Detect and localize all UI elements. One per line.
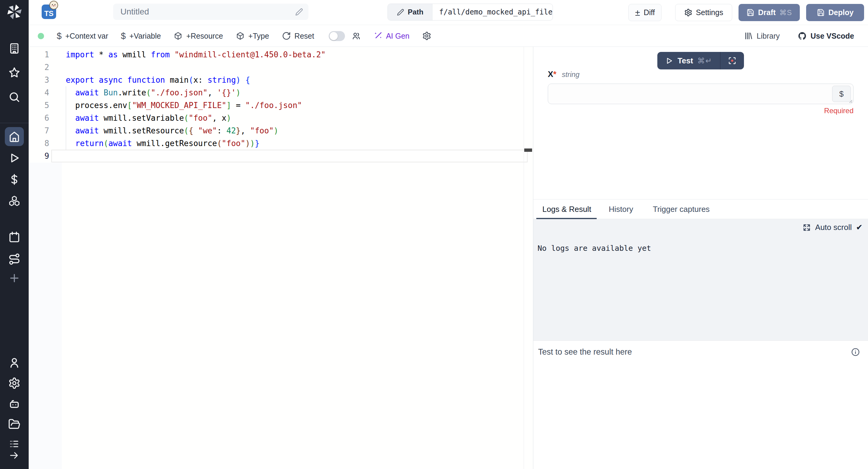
toggle-knob xyxy=(330,32,338,40)
windmill-logo-icon[interactable] xyxy=(6,3,23,20)
add-plus-icon[interactable] xyxy=(8,272,21,284)
workspace-building-icon[interactable] xyxy=(8,42,21,55)
magic-wand-icon xyxy=(373,31,382,40)
code-line-content: await wmill.setVariable("foo", x) xyxy=(66,112,231,124)
code-line-content: await Bun.write("./foo.json", '{}') xyxy=(66,86,241,99)
expand-icon xyxy=(803,223,811,232)
status-dot xyxy=(38,33,44,39)
settings-gear-icon[interactable] xyxy=(8,377,21,389)
runs-play-icon[interactable] xyxy=(8,152,21,164)
test-shortcut: ⌘↵ xyxy=(698,57,713,65)
line-number: 1 xyxy=(29,48,49,61)
variables-dollar-icon[interactable] xyxy=(8,173,21,186)
draft-button[interactable]: Draft ⌘S xyxy=(739,4,800,21)
use-vscode-button[interactable]: Use VScode xyxy=(798,31,854,40)
code-line[interactable]: 3export async function main(x: string) { xyxy=(29,74,533,86)
tab-logs-and-result[interactable]: Logs & Result xyxy=(542,199,591,219)
code-line[interactable]: 8 return(await wmill.getResource("foo"))… xyxy=(29,137,533,150)
code-line[interactable]: 9 xyxy=(29,150,533,162)
dollar-icon: $ xyxy=(121,32,126,40)
users-icon xyxy=(351,31,361,40)
tab-history[interactable]: History xyxy=(609,199,633,219)
save-icon xyxy=(746,8,754,17)
argument-type: string xyxy=(562,70,580,79)
tab-trigger-captures[interactable]: Trigger captures xyxy=(653,199,710,219)
argument-input[interactable] xyxy=(548,84,853,104)
path-label: Path xyxy=(408,8,424,16)
resources-cubes-icon[interactable] xyxy=(8,195,21,207)
required-label: Required xyxy=(824,106,854,115)
reset-button[interactable]: Reset xyxy=(282,31,314,40)
library-icon xyxy=(744,31,753,40)
code-line[interactable]: 1import * as wmill from "windmill-client… xyxy=(29,48,533,61)
test-button[interactable]: Test ⌘↵ xyxy=(657,52,720,69)
library-button[interactable]: Library xyxy=(744,31,780,40)
add-type-button[interactable]: +Type xyxy=(236,31,269,40)
gear-icon xyxy=(684,8,692,17)
expand-sidebar-arrow-icon[interactable] xyxy=(9,450,19,461)
workers-robot-icon[interactable] xyxy=(8,398,21,410)
gear-icon xyxy=(422,31,431,40)
result-placeholder: Test to see the result here xyxy=(538,347,632,357)
code-line-content: import * as wmill from "windmill-client@… xyxy=(66,48,326,61)
argument-label: X* string xyxy=(548,70,580,79)
refresh-icon xyxy=(282,31,291,40)
capture-test-button[interactable] xyxy=(720,52,744,69)
audit-logs-list-icon[interactable] xyxy=(9,439,20,449)
favorites-star-icon[interactable] xyxy=(8,66,21,79)
triggers-route-icon[interactable] xyxy=(8,253,21,265)
diff-button[interactable]: ± Diff xyxy=(628,4,661,21)
code-line[interactable]: 2 xyxy=(29,61,533,74)
path-value: f/all/demo_mocked_api_file xyxy=(433,4,553,20)
editor-settings-gear-icon[interactable] xyxy=(422,31,431,40)
github-icon xyxy=(798,31,807,40)
resize-handle[interactable] xyxy=(848,99,852,103)
line-number: 5 xyxy=(29,99,49,112)
result-panel: Test to see the result here xyxy=(533,340,868,469)
scan-capture-icon xyxy=(728,56,737,65)
code-lines: 1import * as wmill from "windmill-client… xyxy=(29,48,533,162)
path-chip[interactable]: Path f/all/demo_mocked_api_file xyxy=(388,4,553,21)
package-icon xyxy=(174,31,183,40)
settings-button[interactable]: Settings xyxy=(675,4,732,21)
add-resource-button[interactable]: +Resource xyxy=(174,31,223,40)
user-icon[interactable] xyxy=(8,356,21,369)
insert-variable-dollar-button[interactable]: $ xyxy=(832,86,851,102)
ai-gen-button[interactable]: AI Gen xyxy=(373,31,409,40)
line-number: 4 xyxy=(29,86,49,99)
code-line[interactable]: 5 process.env["WM_MOCKED_API_FILE"] = ".… xyxy=(29,99,533,112)
bun-runtime-icon xyxy=(49,1,58,10)
editor-toolbar: $ +Context var $ +Variable +Resource +Ty… xyxy=(29,25,868,47)
topbar: TS Untitled Path f/all/demo_mocked_api_f… xyxy=(29,0,868,25)
auto-scroll-toggle[interactable]: Auto scroll ✔ xyxy=(803,223,863,232)
edit-title-pencil-icon[interactable] xyxy=(295,8,303,16)
collab-toggle[interactable] xyxy=(329,31,345,41)
folders-icon[interactable] xyxy=(8,418,21,430)
gutter-background xyxy=(29,163,62,469)
save-icon xyxy=(817,8,825,17)
code-line[interactable]: 6 await wmill.setVariable("foo", x) xyxy=(29,112,533,124)
add-variable-button[interactable]: $ +Variable xyxy=(121,32,161,40)
info-icon[interactable] xyxy=(851,347,860,357)
code-line[interactable]: 4 await Bun.write("./foo.json", '{}') xyxy=(29,86,533,99)
script-title-input[interactable]: Untitled xyxy=(113,4,308,20)
code-line[interactable]: 7 await wmill.setResource({ "we": 42}, "… xyxy=(29,124,533,137)
path-label-section: Path xyxy=(388,4,433,20)
draft-shortcut: ⌘S xyxy=(779,8,792,17)
search-icon[interactable] xyxy=(8,91,21,103)
windmill-script-editor: TS Untitled Path f/all/demo_mocked_api_f… xyxy=(0,0,868,469)
sidebar xyxy=(0,0,29,469)
line-number: 8 xyxy=(29,137,49,150)
package-icon xyxy=(236,31,245,40)
run-panel-tabs: Logs & Result History Trigger captures xyxy=(533,199,868,219)
add-context-var-button[interactable]: $ +Context var xyxy=(57,32,108,40)
code-editor[interactable]: 1import * as wmill from "windmill-client… xyxy=(29,47,533,469)
schedules-calendar-icon[interactable] xyxy=(8,231,21,243)
argument-name: X xyxy=(548,70,553,79)
line-number: 3 xyxy=(29,74,49,86)
line-number: 2 xyxy=(29,61,49,74)
home-icon[interactable] xyxy=(8,130,21,143)
edit-path-pencil-icon xyxy=(397,8,404,16)
collaborators-icon[interactable] xyxy=(351,31,361,40)
deploy-button[interactable]: Deploy xyxy=(806,4,864,21)
